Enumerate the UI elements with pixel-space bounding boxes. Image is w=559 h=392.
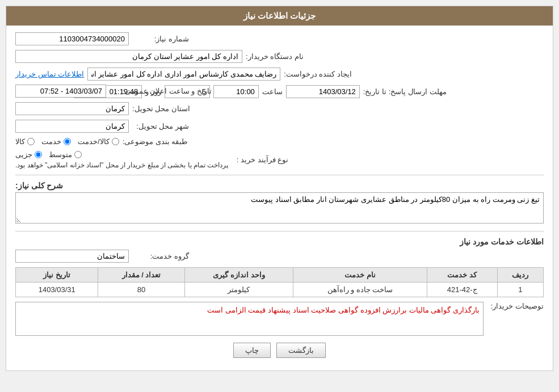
tarikh-elan-row: تاریخ و ساعت اعلان عمومی:: [15, 85, 544, 98]
nove-farayand-label: نوع فرآیند خرید :: [232, 155, 288, 164]
nam-dastgah-row: نام دستگاه خریدار:: [15, 50, 544, 63]
shahr-tahvil-input[interactable]: [15, 120, 129, 133]
nove-farayand-row: نوع فرآیند خرید : متوسط جزیی پرداخت تمام…: [15, 150, 544, 169]
shomara-niaz-label: شماره نیاز:: [132, 35, 189, 43]
main-card: جزئیات اطلاعات نیاز شماره نیاز: نام دستگ…: [6, 6, 553, 371]
tosihaat-label: توصیحات خریدار:: [487, 302, 544, 310]
sharh-koli-label-row: شرح کلی نیاز:: [15, 181, 544, 190]
page-wrapper: جزئیات اطلاعات نیاز شماره نیاز: نام دستگ…: [0, 0, 559, 392]
sharh-koli-section: شرح کلی نیاز: تیغ زنی ومرمت راه به میزان…: [15, 181, 544, 225]
col-nam-khedmat: نام خدمت: [293, 268, 427, 283]
chap-button[interactable]: چاپ: [233, 343, 271, 358]
cell-nam-khedmat: ساخت جاده و راه‌آهن: [293, 283, 427, 297]
services-table: ردیف کد خدمت نام خدمت واحد اندازه گیری ت…: [15, 267, 544, 297]
ostan-tahvil-row: استان محل تحویل:: [15, 102, 544, 115]
col-tedad: تعداد / مقدار: [98, 268, 184, 283]
tabaghe-row: طبقه بندی موضوعی: کالا/خدمت خدمت کالا: [15, 137, 544, 146]
shahr-tahvil-row: شهر محل تحویل:: [15, 120, 544, 133]
motevaset-label: متوسط: [49, 150, 72, 159]
sharh-koli-textarea[interactable]: تیغ زنی ومرمت راه به میزان 80کیلومتر در …: [15, 192, 544, 224]
card-header: جزئیات اطلاعات نیاز: [6, 6, 553, 26]
kala-khedmat-label: کالا/خدمت: [78, 137, 110, 146]
card-body: شماره نیاز: نام دستگاه خریدار: ایجاد کنن…: [6, 26, 553, 370]
tosihaat-row: توصیحات خریدار: بارگذاری گواهی مالیات بر…: [15, 302, 544, 336]
bazgasht-button[interactable]: بازگشت: [276, 343, 326, 358]
radio-kala-input[interactable]: [27, 138, 35, 145]
tabaghe-radio-group: کالا/خدمت خدمت کالا: [15, 137, 119, 146]
tosihaat-content: بارگذاری گواهی مالیات برارزش افزوده گواه…: [15, 302, 484, 336]
cell-kod-khedmat: ج-42-421: [427, 283, 497, 297]
radio-motevaset-input[interactable]: [74, 151, 82, 158]
sharh-koli-label: شرح کلی نیاز:: [15, 181, 63, 190]
radio-jozi[interactable]: جزیی: [15, 150, 42, 159]
cell-vahed: کیلومتر: [184, 283, 293, 297]
shahr-tahvil-label: شهر محل تحویل:: [132, 122, 189, 130]
ijad-konande-input[interactable]: [87, 68, 280, 81]
tarikh-elan-input[interactable]: [15, 85, 106, 98]
kala-label: کالا: [15, 137, 25, 146]
radio-jozi-input[interactable]: [35, 151, 42, 158]
radio-motevaset[interactable]: متوسط: [49, 150, 82, 159]
ettelaat-khadamat-title: اطلاعات خدمات مورد نیاز: [15, 237, 544, 246]
radio-khedmat-input[interactable]: [64, 138, 71, 145]
cell-tedad: 80: [98, 283, 184, 297]
radio-kala-khedmat-input[interactable]: [112, 138, 119, 145]
nove-farayand-radio-group: متوسط جزیی: [15, 150, 82, 159]
services-table-container: ردیف کد خدمت نام خدمت واحد اندازه گیری ت…: [15, 267, 544, 297]
header-title: جزئیات اطلاعات نیاز: [243, 11, 316, 20]
gorohe-khedmat-row: گروه خدمت:: [15, 250, 544, 263]
khedmat-label: خدمت: [41, 137, 61, 146]
tosihaat-text: بارگذاری گواهی مالیات برارزش افزوده گواه…: [207, 306, 480, 314]
tarikh-elan-label: تاریخ و ساعت اعلان عمومی:: [110, 87, 212, 95]
shomara-niaz-row: شماره نیاز:: [15, 32, 544, 45]
button-row: بازگشت چاپ: [15, 343, 544, 364]
shomara-niaz-input[interactable]: [15, 32, 129, 45]
jozi-label: جزیی: [15, 150, 32, 159]
ijad-konande-label: ایجاد کننده درخواست:: [284, 70, 352, 78]
nam-dastgah-input[interactable]: [15, 50, 242, 63]
radio-kala[interactable]: کالا: [15, 137, 35, 146]
ettelaat-tamas-link[interactable]: اطلاعات تماس خریدار: [15, 70, 84, 78]
cell-tarikh: 1403/03/31: [16, 283, 98, 297]
gorohe-khedmat-label: گروه خدمت:: [132, 252, 189, 260]
nove-farayand-desc: پرداخت تمام یا بخشی از مبلغ خریدار از مح…: [15, 161, 228, 169]
col-vahed: واحد اندازه گیری: [184, 268, 293, 283]
radio-kala-khedmat[interactable]: کالا/خدمت: [78, 137, 119, 146]
ostan-tahvil-input[interactable]: [15, 102, 129, 115]
radio-khedmat[interactable]: خدمت: [41, 137, 71, 146]
cell-radif: 1: [497, 283, 544, 297]
gorohe-khedmat-input[interactable]: [15, 250, 129, 263]
divider1: [15, 175, 544, 175]
divider2: [15, 231, 544, 231]
table-row: 1 ج-42-421 ساخت جاده و راه‌آهن کیلومتر 8…: [16, 283, 544, 297]
tabaghe-label: طبقه بندی موضوعی:: [123, 137, 188, 146]
col-kod-khedmat: کد خدمت: [427, 268, 497, 283]
col-tarikh: تاریخ نیاز: [16, 268, 98, 283]
ostan-tahvil-label: استان محل تحویل:: [132, 104, 190, 113]
table-header-row: ردیف کد خدمت نام خدمت واحد اندازه گیری ت…: [16, 268, 544, 283]
nam-dastgah-label: نام دستگاه خریدار:: [246, 52, 304, 61]
ijad-konande-row: ایجاد کننده درخواست: اطلاعات تماس خریدار: [15, 68, 544, 81]
col-radif: ردیف: [497, 268, 544, 283]
